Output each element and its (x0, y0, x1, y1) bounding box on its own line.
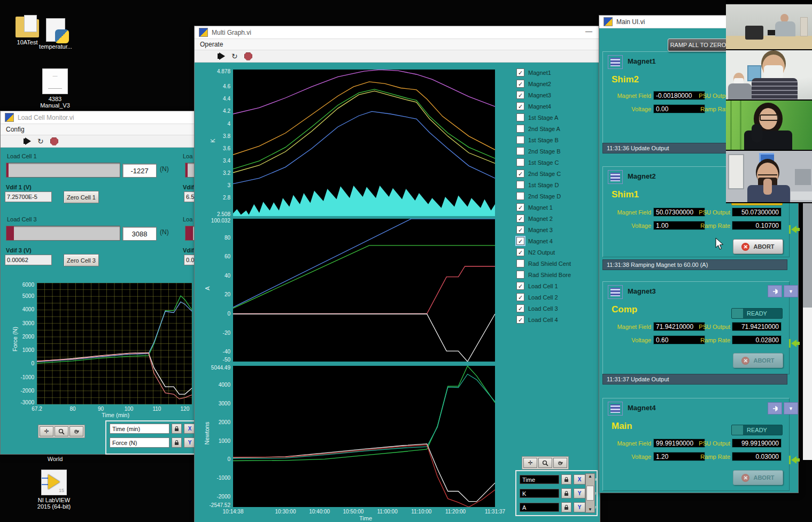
checkbox-icon[interactable]: ✓ (516, 237, 524, 245)
checkbox-icon[interactable]: ✓ (516, 170, 524, 178)
scrollbar-thumb[interactable] (803, 203, 812, 308)
ramp-target-arrow-icon[interactable] (788, 223, 801, 236)
lock-icon[interactable] (172, 424, 182, 434)
series-checkbox-rad-shield-bore[interactable]: Rad Shield Bore (516, 269, 571, 280)
zero-cell-3-button[interactable]: Zero Cell 3 (64, 254, 99, 266)
vdif-1-value[interactable]: 7.25700E-5 (5, 191, 52, 202)
checkbox-icon[interactable] (516, 158, 524, 166)
series-checkbox-rad-shield-cent[interactable]: Rad Shield Cent (516, 258, 571, 269)
checkbox-icon[interactable]: ✓ (516, 304, 524, 312)
series-checkbox-n2-output[interactable]: ✓N2 Output (516, 247, 571, 258)
checkbox-icon[interactable] (516, 259, 524, 267)
checkbox-icon[interactable] (516, 181, 524, 189)
pan-tool-icon[interactable] (69, 426, 83, 436)
checkbox-icon[interactable]: ✓ (516, 214, 524, 222)
webcam-feed-2[interactable] (726, 50, 812, 99)
legend-scrollbar[interactable]: ▲ ▼ (585, 473, 595, 513)
force-chart[interactable]: 6000500040003000200010000-1000-2000-3000… (37, 283, 192, 404)
series-checkbox-2nd-stage-c[interactable]: ✓2nd Stage C (516, 168, 571, 179)
series-checkbox-magnet-1[interactable]: ✓Magnet 1 (516, 202, 571, 213)
webcam-feed-3[interactable] (726, 101, 812, 150)
desktop-icon-temperatur[interactable]: temperatur... (31, 18, 80, 50)
y-scale-format-button[interactable]: Y (574, 488, 585, 498)
pan-tool-icon[interactable] (553, 458, 567, 468)
series-checkbox-load-cell-4[interactable]: ✓Load Cell 4 (516, 314, 571, 325)
lock-icon[interactable] (561, 488, 571, 498)
series-checkbox-magnet4[interactable]: ✓Magnet4 (516, 101, 571, 112)
scroll-up-icon[interactable]: ▲ (588, 474, 592, 479)
webcam-feed-1[interactable] (726, 4, 812, 49)
magnet-list-icon[interactable] (608, 55, 623, 69)
series-checkbox-load-cell-2[interactable]: ✓Load Cell 2 (516, 291, 571, 303)
stop-button-icon[interactable] (244, 52, 252, 60)
series-checkbox-2nd-stage-b[interactable]: 2nd Stage B (516, 145, 571, 157)
series-checkbox-1st-stage-d[interactable]: 1st Stage D (516, 179, 571, 190)
ramp-target-arrow-icon[interactable] (788, 337, 801, 350)
checkbox-icon[interactable] (516, 113, 524, 121)
series-checkbox-1st-stage-b[interactable]: 1st Stage B (516, 134, 571, 145)
pin-icon[interactable] (768, 285, 782, 297)
zoom-tool-icon[interactable] (55, 426, 68, 436)
checkbox-icon[interactable]: ✓ (516, 293, 524, 301)
checkbox-icon[interactable] (516, 192, 524, 200)
checkbox-icon[interactable]: ✓ (516, 203, 524, 211)
run-button-icon[interactable] (25, 137, 31, 145)
scroll-down-icon[interactable]: ▼ (588, 507, 592, 512)
magnet-list-icon[interactable] (608, 285, 623, 299)
checkbox-icon[interactable]: ✓ (516, 91, 524, 99)
crosshair-tool-icon[interactable]: ✛ (40, 426, 53, 436)
checkbox-icon[interactable]: ✓ (516, 102, 524, 110)
window-titlebar[interactable]: Load Cell Monitor.vi (1, 111, 196, 124)
webcam-feed-4[interactable] (726, 151, 812, 202)
checkbox-icon[interactable]: ✓ (516, 316, 524, 324)
magnet-list-icon[interactable] (608, 170, 623, 184)
series-checkbox-magnet-3[interactable]: ✓Magnet 3 (516, 224, 571, 235)
checkbox-icon[interactable]: ✓ (516, 68, 524, 76)
pin-icon[interactable] (768, 402, 782, 414)
newtons-chart[interactable]: 5044.4940003000200010000-1000-2000-2547.… (233, 366, 495, 507)
desktop-icon-manual[interactable]: 4383 Manual_V3 (30, 68, 80, 109)
zoom-tool-icon[interactable] (538, 458, 552, 468)
chevron-down-icon[interactable]: ▼ (784, 285, 798, 297)
lock-icon[interactable] (561, 502, 571, 512)
run-button-icon[interactable] (219, 52, 225, 60)
checkbox-icon[interactable]: ✓ (516, 248, 524, 256)
menu-operate[interactable]: Operate (200, 41, 223, 48)
stop-button-icon[interactable] (50, 137, 58, 145)
abort-button[interactable]: ✕ ABORT (733, 239, 783, 254)
desktop-icon-world[interactable]: World (30, 456, 80, 462)
series-checkbox-load-cell-1[interactable]: ✓Load Cell 1 (516, 280, 571, 291)
checkbox-icon[interactable]: ✓ (516, 282, 524, 290)
run-continuous-icon[interactable]: ↻ (231, 52, 238, 60)
series-checkbox-2nd-stage-d[interactable]: 2nd Stage D (516, 190, 571, 202)
checkbox-icon[interactable] (516, 271, 524, 279)
load-cell-1-value[interactable]: -1227 (122, 164, 157, 178)
x-axis-name-input[interactable]: Time (min) (110, 424, 169, 434)
series-checkbox-magnet-2[interactable]: ✓Magnet 2 (516, 213, 571, 224)
series-checkbox-1st-stage-a[interactable]: 1st Stage A (516, 112, 571, 123)
lock-icon[interactable] (561, 474, 571, 485)
series-checkbox-2nd-stage-a[interactable]: 2nd Stage A (516, 123, 571, 134)
checkbox-icon[interactable] (516, 147, 524, 155)
series-checkbox-magnet3[interactable]: ✓Magnet3 (516, 89, 571, 101)
menubar[interactable]: Operate (195, 39, 600, 50)
checkbox-icon[interactable] (516, 125, 524, 133)
background-scrollbar[interactable] (803, 203, 812, 460)
checkbox-icon[interactable]: ✓ (516, 226, 524, 234)
load-cell-3-value[interactable]: 3088 (122, 227, 157, 241)
minimize-button[interactable]: — (585, 27, 592, 35)
zero-cell-1-button[interactable]: Zero Cell 1 (64, 191, 99, 203)
x-scale-format-button[interactable]: X (574, 474, 585, 485)
scale-row-a[interactable]: A (520, 503, 559, 512)
series-checkbox-magnet-4[interactable]: ✓Magnet 4 (516, 235, 571, 247)
series-checkbox-load-cell-3[interactable]: ✓Load Cell 3 (516, 303, 571, 314)
y-axis-name-input[interactable]: Force (N) (110, 437, 169, 448)
lock-icon[interactable] (172, 437, 182, 448)
current-chart[interactable]: 100.032806040200-20-40-50 (233, 219, 495, 362)
scale-row-time[interactable]: Time (520, 475, 559, 484)
y-scale-format-button[interactable]: Y (574, 502, 585, 512)
series-checkbox-magnet2[interactable]: ✓Magnet2 (516, 78, 571, 89)
ramp-all-to-zero-button[interactable]: RAMP ALL TO ZERO (668, 39, 729, 51)
chevron-down-icon[interactable]: ▼ (784, 402, 798, 414)
desktop-icon-labview[interactable]: 15 NI LabVIEW 2015 (64-bit) (29, 470, 79, 510)
